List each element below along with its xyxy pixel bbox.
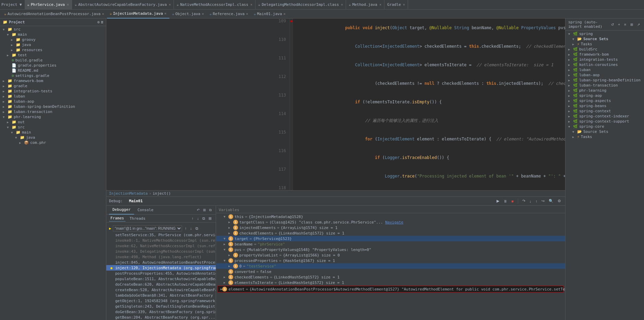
expand-btn[interactable]: ↗ (636, 22, 641, 27)
tree-item-phr-learning[interactable]: ▼ 📁phr-learning (0, 114, 106, 119)
frame-createbean[interactable]: createBean:528, AbstractAutowireCapableB… (106, 287, 216, 293)
rt-spring-core-tasks[interactable]: ▶ ⚡Tasks (565, 134, 644, 139)
close-icon[interactable]: × (250, 3, 252, 7)
var-pvs[interactable]: ▼ i pvs = {MutablePropertyValues@1548} "… (216, 247, 565, 252)
var-this[interactable]: ▼ i this = {InjectionMetadata@1528} (216, 214, 565, 219)
close-icon[interactable]: × (67, 3, 69, 7)
var-0-testservice[interactable]: ▶ i 0 = "testService" (216, 263, 565, 269)
tab-abstractautowire[interactable]: ☕ AbstractAutowireCapableBeanFactory.jav… (72, 0, 174, 10)
up-frame-btn[interactable]: ↑ (190, 216, 195, 221)
rt-luban-spring-beandef[interactable]: ▶ 🌿luban-spring-beanDefinition (565, 78, 644, 83)
tab-phrservice[interactable]: ☕ PhrService.java × (25, 0, 72, 10)
tree-item-luban-spring[interactable]: ▶ 📁luban-spring-beanDefinition (0, 104, 106, 109)
tree-item-settings[interactable]: ▶ ⚙settings.gradle (0, 73, 106, 78)
step-over-btn[interactable]: ↷ (521, 198, 527, 204)
thread-selector[interactable]: "main"@1 in gro..."main": RUNNING (113, 225, 182, 231)
stop-btn[interactable]: ■ (510, 198, 515, 204)
frames-tab[interactable]: Frames (109, 215, 126, 221)
tree-item-resources[interactable]: ▶ 📁resources (0, 47, 106, 53)
frame-lambda[interactable]: lambda$doGetBean$0:341, AbstractBeanFact… (106, 293, 216, 298)
tab-nativemethod[interactable]: ☕ NativeMethodAccessorImpl.class × (174, 0, 255, 10)
tree-item-com-phr[interactable]: ▶ 📦com.phr (0, 140, 106, 145)
tab-autowired[interactable]: ☕ AutowiredAnnotationBeanPostProcessor.j… (1, 10, 107, 19)
tree-item-main2[interactable]: ▼ 📁main (0, 130, 106, 135)
tree-item-gradleprops[interactable]: ▶ 📄gradle.properties (0, 63, 106, 68)
rt-luban[interactable]: ▶ 🌿luban (565, 67, 644, 72)
frame-inject845[interactable]: inject:845, AutowiredAnnotationBeanPostP… (106, 260, 216, 265)
var-checkedelements[interactable]: ▶ i checkedElements = {LinkedHashSet@157… (216, 274, 565, 280)
close-icon[interactable]: × (169, 3, 171, 7)
filter-btn[interactable]: ⧉ (208, 207, 213, 213)
frame-running-thread[interactable]: ▶ "main"@1 in gro..."main": RUNNING ↑ ↓ … (106, 225, 216, 232)
close-icon[interactable]: × (164, 11, 167, 16)
var-checkedelements-inner[interactable]: ▶ i checkedElements = {LinkedHashSet@157… (216, 230, 565, 236)
rt-source-sets[interactable]: ▼ 📂Source Sets (565, 36, 644, 42)
tree-item-luban[interactable]: ▶ 📁luban (0, 94, 106, 99)
settings-icon[interactable]: ⚙ (97, 20, 100, 24)
tab-object[interactable]: ☕ Object.java × (169, 10, 207, 19)
rt-spring-context-support[interactable]: ▶ 🌿spring-context-support (565, 119, 644, 124)
rt-spring-core-sourcesets[interactable]: ▼ 📂Source Sets (565, 129, 644, 134)
threads-tab[interactable]: Threads (128, 216, 147, 221)
var-target[interactable]: ▼ i target = {PhrService@1523} (216, 236, 565, 241)
rt-spring-aspects[interactable]: ▶ 🌿spring-aspects (565, 98, 644, 103)
filter-frames-btn[interactable]: ⧉ (201, 216, 206, 221)
settings-btn[interactable]: ⚙ (556, 198, 562, 204)
close-icon[interactable]: × (283, 12, 286, 16)
frame-settestservice[interactable]: setTestService:35, PhrService (com.phr.s… (106, 232, 216, 238)
frame-invoke43[interactable]: invoke:43, DelegatingMethodAccessorImpl … (106, 249, 216, 254)
console-tab[interactable]: Console (134, 206, 157, 215)
tree-item-main[interactable]: ▼ 📁main (0, 32, 106, 37)
frame-invoke62[interactable]: invoke:62, NativeMethodAccessorImpl (sun… (106, 243, 216, 249)
frame-docreatebean[interactable]: doCreateBean:620, AbstractAutowireCapabl… (106, 282, 216, 287)
tab-method[interactable]: ☕ Method.java × (346, 0, 384, 10)
close-icon[interactable]: × (202, 12, 204, 16)
thread-up-btn[interactable]: ↑ (183, 226, 188, 231)
layout-right-btn[interactable]: ⊞ (629, 22, 634, 27)
rt-spring-beans[interactable]: ▶ 🌿spring-beans (565, 103, 644, 108)
rt-framework-bom[interactable]: ▶ 🌿framework-bom (565, 52, 644, 57)
thread-filter-btn[interactable]: ⧉ (194, 226, 200, 231)
rt-integration-tests[interactable]: ▶ 🌿integration-tests (565, 57, 644, 62)
debugger-tab[interactable]: Debugger (109, 206, 134, 215)
resume-btn[interactable]: ▶ (495, 198, 501, 204)
tab-reference[interactable]: ☕ Reference.java × (207, 10, 251, 19)
tree-item-gradle[interactable]: ▶ 📁gradle (0, 83, 106, 89)
frame-getbean[interactable]: getBean:204, AbstractBeanFactory (org.sp… (106, 315, 216, 320)
rt-phr-learning[interactable]: ▶ 🌿phr-learning (565, 88, 644, 93)
frame-getsingleton[interactable]: getSingleton:243, DefaultSingletonBeanRe… (106, 304, 216, 309)
tab-delegating[interactable]: ☕ DelegatingMethodAccessorImpl.class × (255, 0, 346, 10)
rt-spring-context-indexer[interactable]: ▶ 🌿spring-context-indexer (565, 114, 644, 119)
step-out-btn[interactable]: ↑ (534, 198, 539, 204)
close-icon[interactable]: × (379, 3, 381, 7)
var-processedproperties[interactable]: ▼ i processedProperties = {HashSet@1567}… (216, 258, 565, 263)
rt-tasks[interactable]: ▶ ⚡Tasks (565, 42, 644, 47)
frame-populatebean[interactable]: populateBean:1511, AbstractAutowireCapab… (106, 276, 216, 282)
rt-kotlin-coroutines[interactable]: ▶ 🌿kotlin-coroutines (565, 62, 644, 67)
frame-postprocess[interactable]: postProcessProperties:455, AutowiredAnno… (106, 271, 216, 276)
var-element[interactable]: ▶ i element = {AutowiredAnnotationBeanPo… (217, 286, 564, 293)
tree-item-integration-tests[interactable]: ▶ 📁integration-tests (0, 89, 106, 94)
rt-buildsrc[interactable]: ▶ 🌿buildSrc (565, 47, 644, 52)
tree-item-src2[interactable]: ▼ 📁src (0, 125, 106, 130)
var-injectedelements[interactable]: ▶ i injectedElements = {ArrayList@1574} … (216, 225, 565, 230)
tab-gradle[interactable]: Gradle × (384, 0, 408, 10)
tree-item-groovy[interactable]: ▶ 📁groovy (0, 37, 106, 42)
rt-spring[interactable]: ▼ 🌿spring (565, 31, 644, 36)
frame-invoke498[interactable]: invoke:498, Method (java.lang.reflect) (106, 254, 216, 260)
refresh-btn[interactable]: ↺ (610, 22, 615, 27)
pause-btn[interactable]: ⏸ (502, 198, 509, 204)
var-elementstoiterate[interactable]: ▶ i elementsToIterate = {LinkedHashSet@1… (216, 280, 565, 285)
close-icon[interactable]: × (341, 3, 343, 7)
close-icon[interactable]: × (246, 12, 248, 16)
tree-item-luban-transaction[interactable]: ▶ 📁luban-transaction (0, 109, 106, 114)
frame-inject120[interactable]: ● inject:120, InjectionMetadata (org.spr… (106, 265, 216, 271)
more-btn[interactable]: ≡ (623, 22, 628, 27)
tree-item-java[interactable]: ▶ 📁java (0, 42, 106, 47)
editor-content[interactable]: 109 ● public void inject(Object target, … (106, 19, 565, 190)
var-targetclass[interactable]: ▶ i targetClass = (Class@1425) "class co… (216, 219, 565, 225)
run-cursor-btn[interactable]: ↪ (540, 198, 546, 204)
rt-luban-transaction[interactable]: ▶ 🌿luban-transaction (565, 83, 644, 88)
frame-dogetbean[interactable]: doGetBean:339, AbstractBeanFactory (org.… (106, 309, 216, 315)
tree-item-buildgradle[interactable]: ▶ ⚙build.gradle (0, 58, 106, 63)
